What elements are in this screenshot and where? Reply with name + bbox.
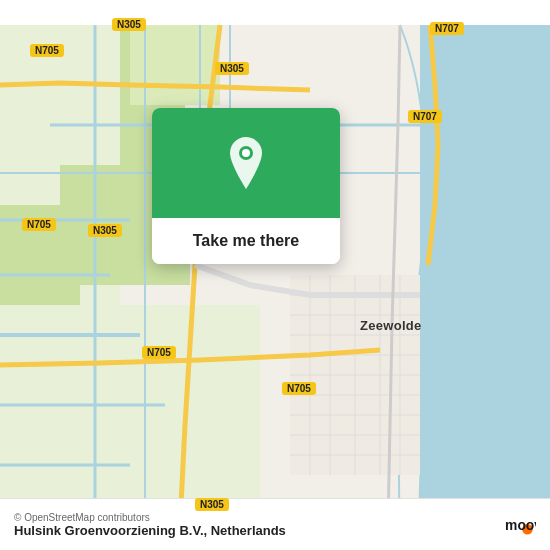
svg-rect-4 — [0, 305, 260, 525]
road-label-n705-bottom-right: N705 — [282, 382, 316, 395]
location-name: Hulsink Groenvoorziening B.V., Netherlan… — [14, 523, 286, 538]
road-label-n707-right-mid: N707 — [408, 110, 442, 123]
road-label-n705-bottom-center: N705 — [142, 346, 176, 359]
road-label-n305-mid-left: N305 — [88, 224, 122, 237]
copyright-text: © OpenStreetMap contributors — [14, 512, 286, 523]
take-me-there-button[interactable]: Take me there — [193, 232, 299, 250]
road-label-n707-right-top: N707 — [430, 22, 464, 35]
map-background — [0, 0, 550, 550]
road-label-n705-left-top: N705 — [30, 44, 64, 57]
popup-green-area — [152, 108, 340, 218]
city-label-zeewolde: Zeewolde — [360, 318, 422, 333]
moovit-logo-icon: moovit — [504, 509, 536, 541]
road-label-n305-top-left: N305 — [112, 18, 146, 31]
road-label-n305-bottom: N305 — [195, 498, 229, 511]
map-pin-icon — [224, 137, 268, 189]
bottom-left: © OpenStreetMap contributors Hulsink Gro… — [14, 512, 286, 538]
svg-rect-6 — [130, 25, 220, 105]
map-container: N305 N305 N705 N705 N305 N707 N707 N705 … — [0, 0, 550, 550]
bottom-bar: © OpenStreetMap contributors Hulsink Gro… — [0, 498, 550, 550]
popup-card: Take me there — [152, 108, 340, 264]
popup-button-area[interactable]: Take me there — [152, 218, 340, 264]
svg-point-35 — [242, 149, 250, 157]
moovit-logo: moovit — [504, 509, 536, 541]
road-label-n305-top-center: N305 — [215, 62, 249, 75]
svg-text:moovit: moovit — [505, 517, 536, 533]
road-label-n705-left-mid: N705 — [22, 218, 56, 231]
